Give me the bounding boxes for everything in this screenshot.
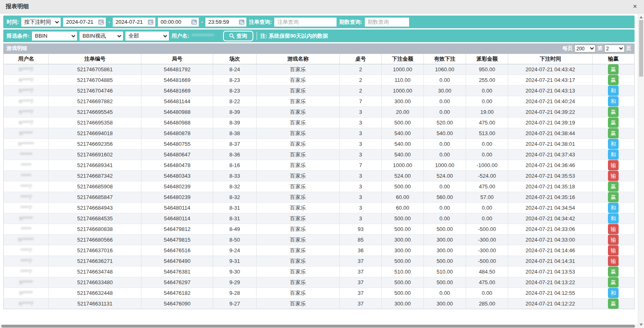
period-query-label: 期数查询: xyxy=(339,18,362,26)
cell-table-number: 2 xyxy=(340,64,382,75)
search-button[interactable]: 查询 xyxy=(223,31,253,41)
result-badge: 和 xyxy=(608,213,619,224)
cell-game-name: 百家乐 xyxy=(256,277,340,288)
cell-win-loss: 和 xyxy=(592,213,634,224)
result-badge: 赢 xyxy=(608,118,619,128)
cell-win-loss: 赢 xyxy=(592,107,634,118)
calendar-icon[interactable] xyxy=(98,19,104,25)
cell-round-number: 546480239 xyxy=(141,192,213,203)
cell-round-number: 546481144 xyxy=(141,96,213,107)
cell-session: 9-28 xyxy=(213,288,256,299)
cell-game-name: 百家乐 xyxy=(256,139,340,149)
time-range-separator: - xyxy=(201,19,203,25)
cell-valid-bet: 0.00 xyxy=(423,288,466,299)
close-icon[interactable]: × xyxy=(631,2,639,11)
time-from-input[interactable] xyxy=(161,19,190,25)
page-select[interactable]: 2 xyxy=(604,45,625,52)
scroll-down-arrow-icon[interactable] xyxy=(639,323,643,326)
game-type-select[interactable]: 全部 xyxy=(125,32,169,41)
calendar-icon[interactable] xyxy=(191,19,197,25)
cell-payout: 0.00 xyxy=(466,96,508,107)
cell-table-number: 37 xyxy=(340,277,382,288)
date-from-field[interactable] xyxy=(63,18,106,27)
cell-bet-time: 2024-07-21 04:34:42 xyxy=(508,213,593,224)
cell-payout: -500.00 xyxy=(466,256,508,267)
bet-query-field[interactable] xyxy=(274,18,337,27)
table-row: ****7 521746637016 546476516 9-24 百家乐 36… xyxy=(4,245,635,256)
cell-table-number: 7 xyxy=(340,96,382,107)
cell-game-name: 百家乐 xyxy=(256,64,340,75)
platform-select[interactable]: BBIN xyxy=(32,32,77,41)
date-range-separator: - xyxy=(108,19,110,25)
cell-username: ****7 xyxy=(4,192,49,203)
table-row: ***** 521746680838 546479812 8-49 百家乐 93… xyxy=(4,224,635,235)
cell-username: h****7 xyxy=(4,86,49,96)
result-badge: 赢 xyxy=(608,192,619,202)
cell-bet-time: 2024-07-21 04:38:44 xyxy=(508,128,593,139)
category-select[interactable]: BBIN视讯 xyxy=(80,32,123,41)
cell-payout: -524.00 xyxy=(466,171,508,181)
cell-game-name: 百家乐 xyxy=(256,160,340,171)
cell-round-number: 546480647 xyxy=(141,149,213,160)
time-to-field[interactable] xyxy=(205,18,246,27)
cell-table-number: 3 xyxy=(340,171,382,181)
col-table-number: 桌号 xyxy=(340,54,382,64)
cell-bet-number: 521746684943 xyxy=(49,203,141,213)
cell-username: h****7 xyxy=(4,64,49,75)
cell-session: 9-27 xyxy=(213,299,256,309)
cell-valid-bet: 520.00 xyxy=(423,118,466,128)
bet-query-input[interactable] xyxy=(277,19,335,25)
cell-session: 8-23 xyxy=(213,86,256,96)
vertical-scrollbar[interactable] xyxy=(638,14,644,328)
cell-valid-bet: 540.00 xyxy=(423,128,466,139)
cell-table-number: 2 xyxy=(340,86,382,96)
cell-bet-number: 521746695358 xyxy=(49,118,141,128)
cell-round-number: 546479812 xyxy=(141,224,213,235)
result-badge: 赢 xyxy=(608,267,619,277)
game-detail-table: 用户名 注单编号 局号 场次 游戏名称 桌号 下注金额 有效下注 派彩金额 下注… xyxy=(3,54,635,309)
cell-table-number: 85 xyxy=(340,235,382,245)
cell-bet-number: 521746694018 xyxy=(49,128,141,139)
cell-game-name: 百家乐 xyxy=(256,299,340,309)
time-to-input[interactable] xyxy=(208,19,238,25)
time-label: 时间: xyxy=(7,18,19,26)
cell-bet-amount: 500.00 xyxy=(382,277,423,288)
vertical-scrollbar-thumb[interactable] xyxy=(639,20,643,77)
cell-payout: 255.00 xyxy=(466,75,508,86)
per-page-select[interactable]: 200 xyxy=(574,45,596,52)
col-valid-bet: 有效下注 xyxy=(423,54,466,64)
table-row: h***** 521746632448 546476182 9-28 百家乐 3… xyxy=(4,288,635,299)
result-badge: 赢 xyxy=(608,107,619,117)
horizontal-scrollbar[interactable] xyxy=(0,324,638,328)
time-type-select[interactable]: 按下注时间 xyxy=(21,18,61,27)
cell-win-loss: 输 xyxy=(592,256,634,267)
cell-valid-bet: 560.00 xyxy=(423,192,466,203)
cell-session: 8-23 xyxy=(213,75,256,86)
cell-game-name: 百家乐 xyxy=(256,149,340,160)
cell-win-loss: 赢 xyxy=(592,75,634,86)
cell-username: h***** xyxy=(4,288,49,299)
calendar-icon[interactable] xyxy=(148,19,153,25)
date-to-field[interactable] xyxy=(113,18,155,27)
horizontal-scrollbar-thumb[interactable] xyxy=(1,325,635,328)
cell-username: ****7 xyxy=(4,203,49,213)
cell-win-loss: 输 xyxy=(592,171,634,181)
cell-session: 8-38 xyxy=(213,128,256,139)
date-from-input[interactable] xyxy=(66,19,97,25)
date-to-input[interactable] xyxy=(116,19,147,25)
cell-bet-amount: 500.00 xyxy=(382,118,423,128)
cell-win-loss: 赢 xyxy=(592,181,634,192)
cell-table-number: 37 xyxy=(340,267,382,277)
search-icon xyxy=(229,33,234,38)
condition-label: 筛选条件: xyxy=(7,32,30,40)
result-badge: 和 xyxy=(608,149,619,160)
calendar-icon[interactable] xyxy=(239,19,244,25)
cell-valid-bet: 1060.00 xyxy=(423,64,466,75)
period-query-input[interactable] xyxy=(368,19,407,25)
scroll-up-arrow-icon[interactable] xyxy=(639,16,643,18)
result-badge: 输 xyxy=(608,235,619,245)
cell-session: 8-39 xyxy=(213,107,256,118)
cell-bet-time: 2024-07-21 04:13:53 xyxy=(508,267,593,277)
time-from-field[interactable] xyxy=(158,18,199,27)
period-query-field[interactable] xyxy=(365,18,409,27)
